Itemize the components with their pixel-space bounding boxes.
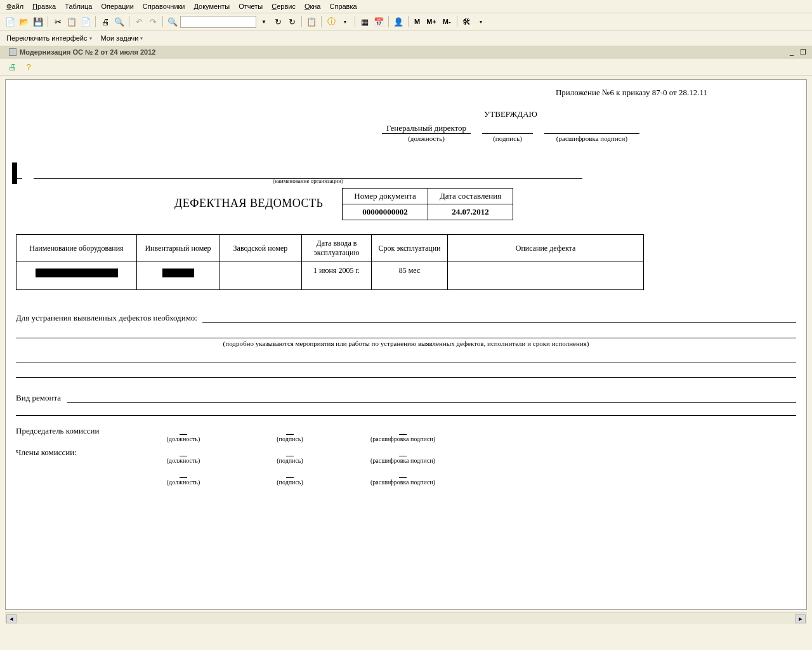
restore-icon[interactable]: ❐ xyxy=(798,48,808,56)
selection-marker xyxy=(12,162,17,184)
paper: Приложение №6 к приказу 87-0 от 28.12.11… xyxy=(6,80,806,515)
repair-label: Вид ремонта xyxy=(16,393,61,403)
switch-interface[interactable]: Переключить интерфейс xyxy=(4,33,95,43)
copy-icon[interactable]: 📋 xyxy=(65,15,78,28)
copy2-icon[interactable]: 📋 xyxy=(305,15,318,28)
print-doc-icon[interactable]: 🖨 xyxy=(5,60,19,73)
chairman-label: Председатель комиссии xyxy=(16,425,124,436)
minimize-icon[interactable]: _ xyxy=(788,48,796,56)
sig-decoded-field xyxy=(544,124,639,134)
repair-line-2 xyxy=(16,406,796,416)
td-start-date: 1 июня 2005 г. xyxy=(302,262,372,290)
paper-viewport[interactable]: Приложение №6 к приказу 87-0 от 28.12.11… xyxy=(5,79,807,610)
td-factory xyxy=(219,262,302,290)
commission-section: Председатель комиссии (должность) (подпи… xyxy=(16,425,796,486)
position-label: (должность) xyxy=(408,134,445,142)
members-label: Члены комиссии: xyxy=(16,446,124,458)
fix-line-3 xyxy=(16,352,796,362)
open-icon[interactable]: 📂 xyxy=(18,15,30,28)
date-header: Дата составления xyxy=(428,189,513,204)
search-input[interactable] xyxy=(180,16,256,28)
th-factory: Заводской номер xyxy=(219,235,302,262)
fix-line-4 xyxy=(16,368,796,378)
menu-edit[interactable]: Правка xyxy=(29,1,60,11)
help-icon[interactable]: ? xyxy=(22,60,36,73)
paste-icon[interactable]: 📄 xyxy=(79,15,92,28)
menu-windows[interactable]: Окна xyxy=(301,1,325,11)
menu-service[interactable]: Сервис xyxy=(268,1,299,11)
tab-bar: Модернизация ОС № 2 от 24 июля 2012 _ ❐ xyxy=(0,46,812,58)
doc-toolbar: 🖨 ? xyxy=(0,58,812,76)
preview-icon[interactable]: 🔍 xyxy=(113,15,126,28)
menu-docs[interactable]: Документы xyxy=(190,1,233,11)
td-service-term: 85 мес xyxy=(372,262,448,290)
print-icon[interactable]: 🖨 xyxy=(99,15,112,28)
fix-label: Для устранения выявленных дефектов необх… xyxy=(16,313,197,323)
td-equipment xyxy=(16,262,137,290)
menu-refs[interactable]: Справочники xyxy=(139,1,189,11)
horizontal-scrollbar[interactable]: ◄ ► xyxy=(5,613,807,624)
defect-table: Наименование оборудования Инвентарный но… xyxy=(16,234,644,290)
menu-file[interactable]: ФФайлайл xyxy=(3,1,27,11)
document-tab[interactable]: Модернизация ОС № 2 от 24 июля 2012 xyxy=(3,46,162,58)
tab-title: Модернизация ОС № 2 от 24 июля 2012 xyxy=(20,48,155,56)
doc-title: ДЕФЕКТНАЯ ВЕДОМОСТЬ xyxy=(16,188,323,210)
save-icon[interactable]: 💾 xyxy=(32,15,44,28)
menu-ops[interactable]: Операции xyxy=(97,1,137,11)
menu-table[interactable]: Таблица xyxy=(61,1,96,11)
num-header: Номер документа xyxy=(343,189,428,204)
undo-icon[interactable]: ↶ xyxy=(133,15,145,28)
appendix-text: Приложение №6 к приказу 87-0 от 28.12.11 xyxy=(16,88,796,98)
refresh2-icon[interactable]: ↻ xyxy=(285,15,298,28)
date-value: 24.07.2012 xyxy=(428,204,513,220)
info-drop-icon[interactable]: ▾ xyxy=(339,15,351,28)
menu-bar: ФФайлайл Правка Таблица Операции Справоч… xyxy=(0,0,812,13)
refresh-icon[interactable]: ↻ xyxy=(272,15,284,28)
sub-bar: Переключить интерфейс Мои задачи xyxy=(0,30,812,46)
main-toolbar: 📄 📂 💾 ✂ 📋 📄 🖨 🔍 ↶ ↷ 🔍 ▼ ↻ ↻ 📋 ⓘ ▾ ▦ 📅 👤 … xyxy=(0,13,812,30)
fix-line-2 xyxy=(16,328,796,338)
user-icon[interactable]: 👤 xyxy=(392,15,405,28)
sig-decoded-label: (расшифровка подписи) xyxy=(556,134,627,142)
th-inventory: Инвентарный номер xyxy=(137,235,219,262)
menu-help[interactable]: Справка xyxy=(325,1,360,11)
fix-caption: (подробно указываются мероприятия или ра… xyxy=(16,340,796,347)
gendir-field: Генеральный директор xyxy=(382,123,471,134)
td-defect xyxy=(448,262,644,290)
approve-title: УТВЕРЖДАЮ xyxy=(484,109,537,119)
calendar-icon[interactable]: 📅 xyxy=(372,15,385,28)
signature-field xyxy=(482,124,533,134)
th-start-date: Дата ввода в эксплуатацию xyxy=(302,235,372,262)
approve-block: УТВЕРЖДАЮ Генеральный директор (должност… xyxy=(371,109,650,142)
document-area: Приложение №6 к приказу 87-0 от 28.12.11… xyxy=(0,76,812,624)
mem-m[interactable]: M xyxy=(412,17,422,27)
document-icon xyxy=(9,48,16,56)
scroll-track[interactable] xyxy=(18,614,794,623)
td-inventory xyxy=(137,262,219,290)
cut-icon[interactable]: ✂ xyxy=(51,15,64,28)
search-icon[interactable]: 🔍 xyxy=(166,15,179,28)
fix-line-1 xyxy=(202,314,796,323)
th-service-term: Срок эксплуатации xyxy=(372,235,448,262)
tools-drop-icon[interactable]: ▾ xyxy=(475,15,487,28)
tools-icon[interactable]: 🛠 xyxy=(461,15,473,28)
info-icon[interactable]: ⓘ xyxy=(325,15,337,28)
my-tasks[interactable]: Мои задачи xyxy=(98,33,146,43)
number-table: Номер документа Дата составления 0000000… xyxy=(342,188,513,220)
num-value: 00000000002 xyxy=(343,204,428,220)
scroll-right-icon[interactable]: ► xyxy=(796,614,806,623)
new-icon[interactable]: 📄 xyxy=(4,15,16,28)
org-row xyxy=(16,170,796,179)
mem-mplus[interactable]: M+ xyxy=(424,17,439,27)
menu-reports[interactable]: Отчеты xyxy=(235,1,266,11)
redo-icon[interactable]: ↷ xyxy=(147,15,159,28)
mem-mminus[interactable]: M- xyxy=(440,17,454,27)
th-equipment: Наименование оборудования xyxy=(16,235,137,262)
th-defect: Описание дефекта xyxy=(448,235,644,262)
calc-icon[interactable]: ▦ xyxy=(358,15,371,28)
signature-label: (подпись) xyxy=(493,134,522,142)
repair-line xyxy=(67,394,796,403)
dropdown-icon[interactable]: ▼ xyxy=(258,15,270,28)
scroll-left-icon[interactable]: ◄ xyxy=(6,614,16,623)
